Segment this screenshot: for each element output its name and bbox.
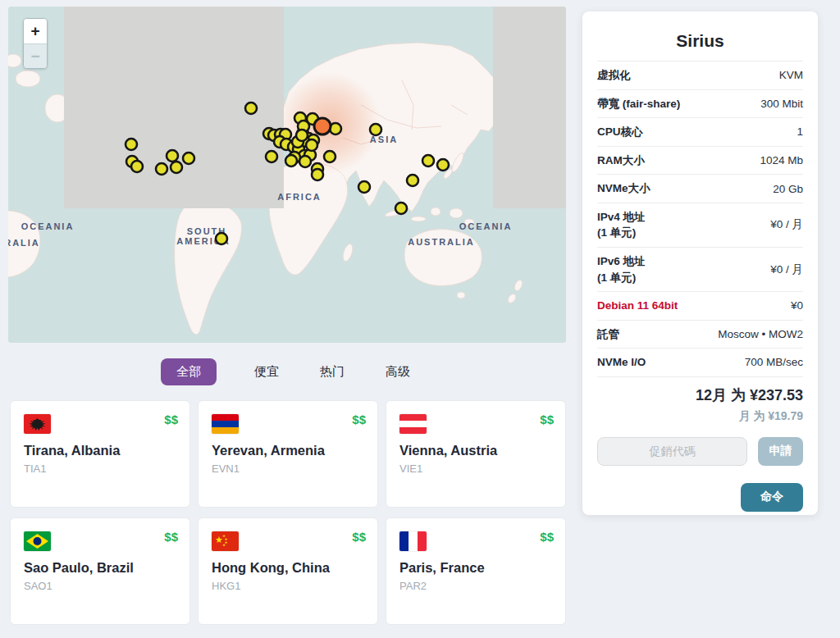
order-button[interactable]: 命令 (741, 483, 803, 512)
filter-tab-0[interactable]: 全部 (161, 358, 217, 385)
location-card[interactable]: ★★★★★$$Hong Kong, ChinaHKG1 (198, 517, 378, 625)
map-zoom-control: + − (23, 18, 48, 69)
card-city-name: Sao Paulo, Brazil (24, 560, 176, 576)
filter-tab-1[interactable]: 便宜 (251, 358, 282, 385)
card-city-name: Tirana, Albania (24, 443, 176, 458)
location-marker[interactable] (245, 103, 257, 114)
price-tier-badge: $$ (540, 530, 554, 544)
plan-panel: Sirius 虚拟化KVM帶寬 (fair-share)300 MbitCPU核… (582, 11, 818, 515)
filter-tab-2[interactable]: 热门 (317, 358, 348, 385)
spec-value: ¥0 (791, 299, 803, 312)
austria-flag-icon (399, 414, 427, 434)
spec-list: 虚拟化KVM帶寬 (fair-share)300 MbitCPU核心1RAM大小… (597, 61, 803, 376)
spec-row: NVMe I/O700 MB/sec (597, 348, 803, 376)
filter-tabs: 全部便宜热门高级 (8, 358, 566, 385)
location-marker[interactable] (306, 139, 317, 151)
location-card[interactable]: $$Sao Paulo, BrazilSAO1 (10, 517, 190, 625)
price-tier-badge: $$ (164, 530, 178, 544)
card-city-name: Hong Kong, China (212, 560, 364, 576)
location-marker[interactable] (437, 159, 449, 171)
price-block: 12月 为 ¥237.53 月 为 ¥19.79 (597, 376, 803, 424)
france-flag-icon (399, 531, 427, 551)
card-city-name: Vienna, Austria (399, 443, 552, 458)
zoom-out-button[interactable]: − (24, 43, 47, 68)
spec-value: Moscow • MOW2 (718, 328, 803, 340)
world-map[interactable]: ASIAAFRICASOUTHAMERICAOCEANIARALIAOCEANI… (8, 7, 566, 343)
card-location-code: VIE1 (399, 463, 552, 475)
continent-label: RALIA (8, 238, 40, 248)
spec-value: ¥0 / 月 (770, 217, 803, 232)
spec-label: RAM大小 (597, 153, 645, 169)
card-location-code: PAR2 (399, 580, 552, 592)
location-marker[interactable] (324, 151, 336, 162)
filter-tab-3[interactable]: 高级 (382, 358, 413, 385)
continent-label: OCEANIA (459, 221, 513, 231)
location-card[interactable]: $$Tirana, AlbaniaTIA1 (10, 400, 190, 508)
location-marker[interactable] (171, 162, 182, 173)
price-tier-badge: $$ (352, 530, 366, 544)
location-marker[interactable] (156, 163, 167, 175)
china-flag-icon: ★★★★★ (212, 531, 239, 551)
spec-label: IPv4 地址(1 单元) (597, 209, 646, 241)
spec-label: IPv6 地址(1 单元) (597, 253, 646, 285)
location-marker[interactable] (395, 203, 407, 214)
selected-location-marker[interactable] (314, 118, 331, 134)
location-marker[interactable] (299, 156, 311, 167)
price-total: 12月 为 ¥237.53 (597, 385, 803, 405)
spec-row: 帶寬 (fair-share)300 Mbit (597, 89, 803, 118)
location-marker[interactable] (312, 169, 323, 180)
spec-row: CPU核心1 (597, 117, 803, 146)
price-tier-badge: $$ (352, 412, 366, 426)
location-marker[interactable] (370, 124, 381, 135)
card-city-name: Paris, France (399, 560, 552, 576)
continent-label: OCEANIA (21, 221, 75, 231)
price-tier-badge: $$ (540, 412, 554, 426)
spec-row: IPv6 地址(1 单元)¥0 / 月 (597, 247, 803, 291)
spec-label: Debian 11 64bit (597, 298, 678, 314)
location-marker[interactable] (358, 181, 370, 193)
location-marker[interactable] (131, 161, 143, 172)
spec-row: 虚拟化KVM (597, 61, 803, 89)
location-card[interactable]: $$Vienna, AustriaVIE1 (386, 400, 566, 508)
brazil-flag-icon (24, 531, 51, 551)
location-marker[interactable] (183, 153, 194, 164)
spec-value: KVM (779, 69, 803, 81)
zoom-in-button[interactable]: + (24, 19, 47, 43)
location-marker[interactable] (266, 151, 277, 162)
spec-label-sub: (1 单元) (597, 270, 646, 286)
card-location-code: EVN1 (212, 463, 364, 475)
continent-label: AFRICA (277, 192, 322, 202)
price-tier-badge: $$ (164, 412, 178, 426)
card-location-code: HKG1 (212, 580, 364, 592)
spec-value: 20 Gb (773, 183, 803, 195)
apply-promo-button[interactable]: 申請 (758, 437, 803, 466)
spec-label: 託管 (597, 326, 619, 343)
spec-label: 虚拟化 (597, 67, 631, 84)
location-marker[interactable] (422, 155, 434, 166)
spec-row: Debian 11 64bit¥0 (597, 291, 803, 320)
spec-value: 300 Mbit (760, 98, 803, 110)
card-location-code: TIA1 (24, 463, 176, 475)
armenia-flag-icon (212, 414, 239, 434)
spec-label-sub: (1 单元) (597, 225, 646, 241)
location-marker[interactable] (407, 175, 418, 186)
location-marker[interactable] (285, 155, 297, 166)
location-marker[interactable] (296, 130, 308, 141)
spec-value: ¥0 / 月 (770, 262, 803, 277)
location-marker[interactable] (216, 233, 227, 244)
card-city-name: Yerevan, Armenia (212, 443, 364, 458)
spec-row: 託管Moscow • MOW2 (597, 320, 803, 349)
location-marker[interactable] (167, 150, 178, 162)
price-monthly: 月 为 ¥19.79 (597, 409, 803, 424)
map-canvas: ASIAAFRICASOUTHAMERICAOCEANIARALIAOCEANI… (8, 7, 566, 343)
spec-label: NVMe I/O (597, 354, 646, 371)
promo-code-input[interactable] (597, 437, 747, 466)
location-marker[interactable] (126, 139, 137, 150)
albania-flag-icon (24, 414, 51, 434)
spec-value: 700 MB/sec (745, 356, 803, 368)
location-card[interactable]: $$Paris, FrancePAR2 (386, 517, 566, 625)
location-card-grid: $$Tirana, AlbaniaTIA1$$Yerevan, ArmeniaE… (10, 400, 568, 625)
promo-row: 申請 (597, 437, 803, 466)
location-card[interactable]: $$Yerevan, ArmeniaEVN1 (198, 400, 378, 508)
card-location-code: SAO1 (24, 580, 176, 592)
